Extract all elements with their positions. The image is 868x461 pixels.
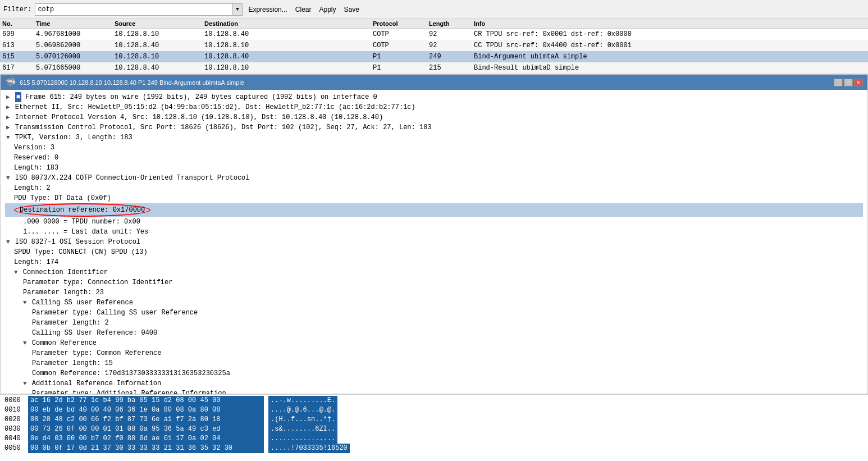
add-ref-info-section[interactable]: ▼ Additional Reference Information	[5, 378, 863, 389]
ethernet-line[interactable]: ▶ Ethernet II, Src: HewlettP_05:15:d2 (b…	[5, 102, 863, 112]
cotp-last-data[interactable]: 1... .... = Last data unit: Yes	[5, 227, 863, 237]
ip-line[interactable]: ▶ Internet Protocol Version 4, Src: 10.1…	[5, 112, 863, 122]
cell-source: 10.128.8.10	[115, 52, 204, 62]
packet-rows-container: 609 4.967681000 10.128.8.10 10.128.8.40 …	[0, 29, 868, 74]
col-protocol: Protocol	[373, 20, 429, 27]
cell-destination: 10.128.8.10	[204, 40, 373, 51]
common-ref-section[interactable]: ▼ Common Reference	[5, 338, 863, 348]
hex-offset: 0000	[4, 396, 28, 405]
window-controls: _ □ ✕	[834, 79, 863, 86]
cell-length: 92	[429, 40, 474, 51]
cell-info: Bind-Argument ubimtaA simple	[474, 52, 866, 62]
col-info: Info	[474, 20, 866, 27]
filter-bar: Filter: ▼ Expression... Clear Apply Save	[0, 0, 868, 19]
filter-input-wrap: ▼	[35, 3, 243, 16]
hex-ascii: .....!7033335!16520	[268, 444, 350, 453]
cell-length: 249	[429, 52, 474, 62]
hex-ascii: ..-.w.........E.	[268, 396, 337, 405]
expand-icon-calling: ▼	[23, 299, 27, 306]
expand-icon-add-ref: ▼	[23, 380, 27, 387]
filter-dropdown-btn[interactable]: ▼	[232, 3, 243, 16]
cell-protocol: P1	[373, 63, 429, 73]
cotp-dst-ref[interactable]: Destination reference: 0x170000	[5, 203, 863, 217]
frame-highlight: ■	[15, 92, 21, 102]
cell-no: 615	[2, 52, 36, 62]
osi-section[interactable]: ▼ ISO 8327-1 OSI Session Protocol	[5, 237, 863, 247]
save-button[interactable]: Save	[342, 4, 362, 15]
hex-row: 0000 ac 16 2d b2 77 1c b4 99 ba 05 15 d2…	[4, 396, 864, 405]
expand-icon-ethernet: ▶	[6, 104, 10, 111]
expand-icon-frame: ▶	[6, 94, 10, 101]
filter-label: Filter:	[3, 6, 31, 13]
detail-panel: 🦈 615 5.070126000 10.128.8.10 10.128.8.4…	[0, 74, 868, 394]
expand-icon-tpkt: ▼	[6, 134, 10, 141]
tpkt-length[interactable]: Length: 183	[5, 163, 863, 173]
hex-offset: 0010	[4, 405, 28, 415]
cell-protocol: COTP	[373, 29, 429, 39]
conn-param-length[interactable]: Parameter length: 23	[5, 287, 863, 298]
col-time: Time	[36, 20, 115, 27]
packet-row[interactable]: 615 5.070126000 10.128.8.10 10.128.8.40 …	[0, 51, 868, 62]
hex-row: 0030 00 73 26 0f 00 00 01 01 08 0a 95 36…	[4, 425, 864, 434]
expand-icon-conn-id: ▼	[14, 269, 18, 276]
cotp-length[interactable]: Length: 2	[5, 183, 863, 193]
filter-input[interactable]	[35, 3, 232, 16]
add-param-type[interactable]: Parameter type: Additional Reference Inf…	[5, 389, 863, 394]
cotp-section[interactable]: ▼ ISO 8073/X.224 COTP Connection-Oriente…	[5, 173, 863, 183]
apply-button[interactable]: Apply	[317, 4, 338, 15]
calling-ss-section[interactable]: ▼ Calling SS user Reference	[5, 298, 863, 308]
minimize-button[interactable]: _	[834, 79, 843, 86]
conn-param-type[interactable]: Parameter type: Connection Identifier	[5, 277, 863, 287]
hex-bytes: 00 0b 0f 17 0d 21 37 30 33 33 33 21 31 3…	[28, 444, 264, 453]
close-button[interactable]: ✕	[854, 79, 863, 86]
osi-spdu-type[interactable]: SPDU Type: CONNECT (CN) SPDU (13)	[5, 247, 863, 257]
tpkt-reserved[interactable]: Reserved: 0	[5, 153, 863, 163]
hex-row: 0010 00 eb de bd 40 00 40 06 36 1e 0a 80…	[4, 405, 864, 415]
cotp-tpdu-num[interactable]: .000 0000 = TPDU number: 0x00	[5, 217, 863, 227]
hex-panel: 0000 ac 16 2d b2 77 1c b4 99 ba 05 15 d2…	[0, 394, 868, 461]
cell-source: 10.128.8.40	[115, 63, 204, 73]
hex-row: 0020 08 28 48 c2 00 66 f2 bf 87 73 6e a1…	[4, 415, 864, 425]
cell-destination: 10.128.8.10	[204, 63, 373, 73]
common-ref-val[interactable]: Common Reference: 170d313730333333131363…	[5, 368, 863, 378]
cell-protocol: COTP	[373, 40, 429, 51]
expand-icon-cotp: ▼	[6, 175, 10, 181]
hex-bytes: 08 28 48 c2 00 66 f2 bf 87 73 6e a1 f7 2…	[28, 415, 264, 425]
expand-icon-common-ref: ▼	[23, 340, 27, 346]
expand-icon-osi: ▼	[6, 239, 10, 245]
expression-button[interactable]: Expression...	[246, 4, 289, 15]
common-param-length[interactable]: Parameter length: 15	[5, 358, 863, 368]
hex-bytes: 00 eb de bd 40 00 40 06 36 1e 0a 80 08 0…	[28, 405, 264, 415]
cell-source: 10.128.8.10	[115, 29, 204, 39]
cell-length: 92	[429, 29, 474, 39]
packet-row[interactable]: 613 5.069862000 10.128.8.40 10.128.8.10 …	[0, 40, 868, 51]
hex-offset: 0040	[4, 434, 28, 444]
cell-time: 4.967681000	[36, 29, 115, 39]
conn-identifier-section[interactable]: ▼ Connection Identifier	[5, 267, 863, 277]
packet-row[interactable]: 617 5.071665000 10.128.8.40 10.128.8.10 …	[0, 62, 868, 74]
cell-destination: 10.128.8.40	[204, 29, 373, 39]
hex-offset: 0020	[4, 415, 28, 425]
col-no: No.	[2, 20, 36, 27]
detail-title: 615 5.070126000 10.128.8.10 10.128.8.40 …	[20, 79, 244, 86]
maximize-button[interactable]: □	[844, 79, 853, 86]
hex-ascii: .s&........6ZI..	[268, 425, 337, 434]
wireshark-icon: 🦈	[5, 77, 16, 88]
calling-param-length[interactable]: Parameter length: 2	[5, 318, 863, 328]
hex-offset: 0030	[4, 425, 28, 434]
cotp-pdu-type[interactable]: PDU Type: DT Data (0x0f)	[5, 193, 863, 203]
cotp-dst-ref-value: Destination reference: 0x170000	[14, 203, 150, 217]
frame-line[interactable]: ▶ ■ Frame 615: 249 bytes on wire (1992 b…	[5, 92, 863, 102]
tcp-line[interactable]: ▶ Transmission Control Protocol, Src Por…	[5, 122, 863, 133]
tpkt-version[interactable]: Version: 3	[5, 143, 863, 153]
calling-param-type[interactable]: Parameter type: Calling SS user Referenc…	[5, 308, 863, 318]
tpkt-section[interactable]: ▼ TPKT, Version: 3, Length: 183	[5, 133, 863, 143]
calling-ref[interactable]: Calling SS User Reference: 0400	[5, 328, 863, 338]
packet-row[interactable]: 609 4.967681000 10.128.8.10 10.128.8.40 …	[0, 29, 868, 40]
hex-offset: 0050	[4, 444, 28, 453]
clear-button[interactable]: Clear	[293, 4, 314, 15]
hex-ascii: ................	[268, 434, 337, 444]
osi-length[interactable]: Length: 174	[5, 257, 863, 267]
detail-content: ▶ ■ Frame 615: 249 bytes on wire (1992 b…	[1, 90, 867, 394]
common-param-type[interactable]: Parameter type: Common Reference	[5, 348, 863, 358]
